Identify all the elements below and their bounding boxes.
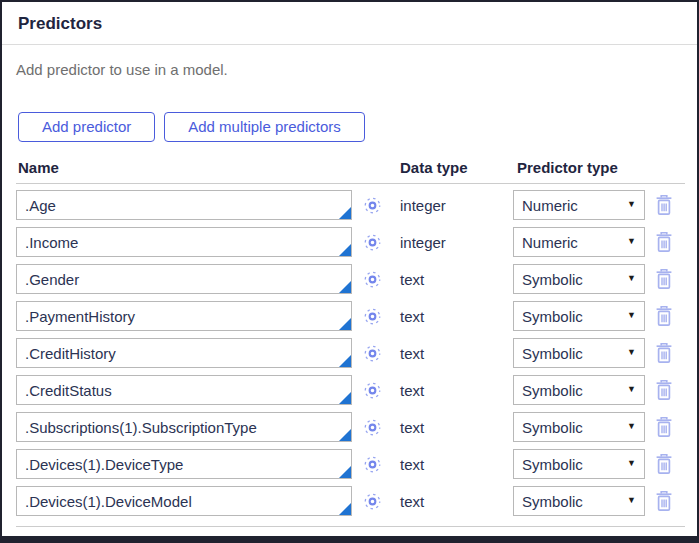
expand-corner-icon[interactable] — [339, 207, 351, 219]
crosshair-target-icon — [363, 196, 382, 215]
crosshair-target-icon — [363, 307, 382, 326]
delete-predictor-button[interactable] — [652, 304, 676, 328]
table-row: text Symbolic ▼ — [16, 412, 685, 442]
predictor-name-input[interactable] — [16, 264, 352, 294]
expand-corner-icon[interactable] — [339, 281, 351, 293]
trash-icon — [654, 490, 674, 512]
trash-icon — [654, 268, 674, 290]
expand-corner-icon[interactable] — [339, 244, 351, 256]
table-row: integer Numeric ▼ — [16, 227, 685, 257]
predictor-type-select[interactable]: Symbolic — [513, 338, 645, 368]
page-title: Predictors — [18, 13, 681, 35]
column-header-name: Name — [16, 159, 352, 177]
delete-predictor-button[interactable] — [652, 378, 676, 402]
predictors-table: Name Data type Predictor type integer Nu… — [16, 159, 685, 527]
predictor-name-cell — [16, 264, 352, 294]
predictor-type-cell: Numeric ▼ — [513, 190, 645, 220]
property-picker-button[interactable] — [360, 415, 384, 439]
trash-icon — [654, 194, 674, 216]
table-row: text Symbolic ▼ — [16, 264, 685, 294]
predictor-name-cell — [16, 412, 352, 442]
expand-corner-icon[interactable] — [339, 429, 351, 441]
predictor-type-select[interactable]: Numeric — [513, 190, 645, 220]
add-multiple-predictors-button[interactable]: Add multiple predictors — [164, 112, 365, 142]
delete-predictor-button[interactable] — [652, 452, 676, 476]
predictors-panel: Predictors Add predictor to use in a mod… — [0, 0, 699, 543]
expand-corner-icon[interactable] — [339, 318, 351, 330]
delete-predictor-button[interactable] — [652, 489, 676, 513]
crosshair-target-icon — [363, 418, 382, 437]
data-type-value: text — [392, 308, 513, 325]
predictor-name-input[interactable] — [16, 412, 352, 442]
predictor-type-cell: Symbolic ▼ — [513, 486, 645, 516]
predictor-name-cell — [16, 227, 352, 257]
data-type-value: text — [392, 382, 513, 399]
trash-icon — [654, 379, 674, 401]
expand-corner-icon[interactable] — [339, 503, 351, 515]
predictor-type-cell: Symbolic ▼ — [513, 338, 645, 368]
table-row: text Symbolic ▼ — [16, 375, 685, 405]
property-picker-button[interactable] — [360, 378, 384, 402]
data-type-value: text — [392, 456, 513, 473]
predictor-type-cell: Symbolic ▼ — [513, 301, 645, 331]
table-header-row: Name Data type Predictor type — [16, 159, 685, 184]
column-header-predictor-type: Predictor type — [513, 159, 645, 177]
expand-corner-icon[interactable] — [339, 355, 351, 367]
table-row: integer Numeric ▼ — [16, 190, 685, 220]
property-picker-button[interactable] — [360, 489, 384, 513]
property-picker-button[interactable] — [360, 267, 384, 291]
predictor-name-input[interactable] — [16, 190, 352, 220]
table-row: text Symbolic ▼ — [16, 449, 685, 479]
predictor-type-cell: Symbolic ▼ — [513, 264, 645, 294]
property-picker-button[interactable] — [360, 193, 384, 217]
predictor-name-input[interactable] — [16, 375, 352, 405]
delete-predictor-button[interactable] — [652, 415, 676, 439]
crosshair-target-icon — [363, 233, 382, 252]
data-type-value: text — [392, 345, 513, 362]
predictor-name-input[interactable] — [16, 486, 352, 516]
table-row: text Symbolic ▼ — [16, 301, 685, 331]
predictor-name-cell — [16, 486, 352, 516]
add-predictor-button[interactable]: Add predictor — [18, 112, 155, 142]
predictor-type-select[interactable]: Symbolic — [513, 301, 645, 331]
property-picker-button[interactable] — [360, 230, 384, 254]
predictor-name-cell — [16, 375, 352, 405]
predictor-type-cell: Symbolic ▼ — [513, 412, 645, 442]
predictor-name-input[interactable] — [16, 449, 352, 479]
trash-icon — [654, 453, 674, 475]
property-picker-button[interactable] — [360, 341, 384, 365]
predictor-name-input[interactable] — [16, 227, 352, 257]
predictor-type-select[interactable]: Symbolic — [513, 375, 645, 405]
panel-subtitle: Add predictor to use in a model. — [16, 61, 683, 79]
panel-header: Predictors — [2, 2, 697, 45]
trash-icon — [654, 416, 674, 438]
predictor-name-cell — [16, 449, 352, 479]
data-type-value: text — [392, 271, 513, 288]
property-picker-button[interactable] — [360, 304, 384, 328]
delete-predictor-button[interactable] — [652, 267, 676, 291]
trash-icon — [654, 231, 674, 253]
predictor-type-select[interactable]: Symbolic — [513, 486, 645, 516]
delete-predictor-button[interactable] — [652, 230, 676, 254]
crosshair-target-icon — [363, 270, 382, 289]
delete-predictor-button[interactable] — [652, 193, 676, 217]
property-picker-button[interactable] — [360, 452, 384, 476]
column-header-data-type: Data type — [392, 159, 513, 177]
predictor-type-select[interactable]: Symbolic — [513, 449, 645, 479]
predictor-name-cell — [16, 190, 352, 220]
table-row: text Symbolic ▼ — [16, 486, 685, 516]
crosshair-target-icon — [363, 344, 382, 363]
predictor-type-cell: Symbolic ▼ — [513, 449, 645, 479]
predictor-type-cell: Numeric ▼ — [513, 227, 645, 257]
predictor-name-input[interactable] — [16, 338, 352, 368]
expand-corner-icon[interactable] — [339, 466, 351, 478]
expand-corner-icon[interactable] — [339, 392, 351, 404]
predictor-type-select[interactable]: Numeric — [513, 227, 645, 257]
predictor-type-select[interactable]: Symbolic — [513, 264, 645, 294]
data-type-value: integer — [392, 197, 513, 214]
delete-predictor-button[interactable] — [652, 341, 676, 365]
predictor-type-select[interactable]: Symbolic — [513, 412, 645, 442]
predictor-name-cell — [16, 338, 352, 368]
toolbar: Add predictor Add multiple predictors — [18, 112, 683, 142]
predictor-name-input[interactable] — [16, 301, 352, 331]
